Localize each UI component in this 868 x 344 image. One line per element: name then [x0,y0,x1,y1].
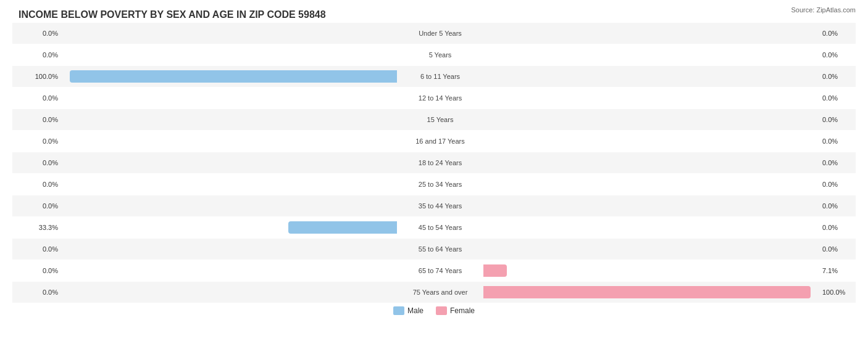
female-bar-container [483,264,819,277]
left-value: 100.0% [12,73,62,80]
male-bar-container [62,199,397,213]
center-label: 75 Years and over [397,287,483,297]
male-bar-container [62,134,397,148]
male-bar-container [62,264,397,277]
female-bar-container [483,199,819,213]
table-row: 0.0% 65 to 74 Years 7.1% [12,260,856,281]
female-bar-container [483,134,819,148]
center-label: 15 Years [397,115,483,125]
bar-section: 15 Years [62,111,819,128]
legend: Male Female [12,306,856,315]
chart-title: INCOME BELOW POVERTY BY SEX AND AGE IN Z… [12,6,856,20]
female-bar [483,264,507,277]
center-label: 12 to 14 Years [397,93,483,103]
male-bar-container [62,48,397,62]
table-row: 0.0% 5 Years 0.0% [12,44,856,65]
bar-section: 12 to 14 Years [62,89,819,107]
female-bar-container [483,91,819,105]
bar-section: 6 to 11 Years [62,68,819,85]
right-value: 0.0% [819,116,856,123]
bars-area: 0.0% Under 5 Years 0.0% 0.0% 5 Years 0.0… [12,23,856,303]
female-bar-container [483,156,819,170]
left-value: 0.0% [12,159,62,166]
male-bar [288,221,397,234]
center-label: 35 to 44 Years [397,201,483,211]
table-row: 0.0% 15 Years 0.0% [12,109,856,130]
female-bar-container [483,285,819,299]
right-value: 0.0% [819,159,856,166]
bar-section: 75 Years and over [62,284,819,301]
male-bar-container [62,242,397,256]
left-value: 0.0% [12,51,62,59]
center-label: Under 5 Years [397,28,483,38]
bar-section: 25 to 34 Years [62,176,819,193]
center-label: 65 to 74 Years [397,266,483,276]
center-label: 6 to 11 Years [397,72,483,81]
legend-male: Male [393,306,424,315]
left-value: 0.0% [12,94,62,102]
left-value: 0.0% [12,267,62,274]
center-label: 5 Years [397,50,483,60]
right-value: 0.0% [819,94,856,102]
right-value: 0.0% [819,30,856,37]
legend-male-label: Male [407,306,424,315]
left-value: 0.0% [12,116,62,123]
bar-section: 45 to 54 Years [62,219,819,236]
table-row: 0.0% 18 to 24 Years 0.0% [12,152,856,173]
center-label: 18 to 24 Years [397,158,483,168]
bar-section: 5 Years [62,46,819,63]
left-value: 0.0% [12,137,62,145]
table-row: 0.0% 16 and 17 Years 0.0% [12,131,856,152]
male-bar-container [62,285,397,299]
male-bar-container [62,178,397,191]
bar-section: 35 to 44 Years [62,197,819,215]
female-bar-container [483,178,819,191]
female-bar-container [483,48,819,62]
center-label: 45 to 54 Years [397,223,483,232]
left-value: 0.0% [12,202,62,210]
table-row: 0.0% 75 Years and over 100.0% [12,282,856,303]
source-text: Source: ZipAtlas.com [791,6,856,14]
right-value: 7.1% [819,267,856,274]
right-value: 0.0% [819,181,856,188]
male-bar-container [62,70,397,83]
right-value: 0.0% [819,202,856,210]
female-bar-container [483,221,819,234]
legend-male-box [393,306,404,315]
table-row: 100.0% 6 to 11 Years 0.0% [12,66,856,87]
chart-container: INCOME BELOW POVERTY BY SEX AND AGE IN Z… [0,0,868,344]
bar-section: 18 to 24 Years [62,154,819,171]
left-value: 33.3% [12,224,62,231]
right-value: 0.0% [819,245,856,253]
center-label: 55 to 64 Years [397,244,483,254]
male-bar-container [62,113,397,126]
male-bar-container [62,91,397,105]
bar-section: Under 5 Years [62,25,819,42]
bar-section: 55 to 64 Years [62,240,819,258]
right-value: 0.0% [819,137,856,145]
left-value: 0.0% [12,289,62,296]
right-value: 0.0% [819,224,856,231]
legend-female-label: Female [450,306,475,315]
left-value: 0.0% [12,181,62,188]
bar-section: 16 and 17 Years [62,133,819,150]
right-value: 0.0% [819,51,856,59]
female-bar [483,286,811,298]
table-row: 0.0% 55 to 64 Years 0.0% [12,239,856,260]
left-value: 0.0% [12,245,62,253]
female-bar-container [483,113,819,126]
legend-female-box [436,306,447,315]
male-bar-container [62,156,397,170]
left-value: 0.0% [12,30,62,37]
right-value: 100.0% [819,289,856,296]
table-row: 33.3% 45 to 54 Years 0.0% [12,217,856,238]
female-bar-container [483,70,819,83]
right-value: 0.0% [819,73,856,80]
bar-section: 65 to 74 Years [62,262,819,279]
male-bar-container [62,221,397,234]
female-bar-container [483,242,819,256]
male-bar-container [62,27,397,40]
table-row: 0.0% 12 to 14 Years 0.0% [12,88,856,109]
center-label: 25 to 34 Years [397,179,483,189]
table-row: 0.0% Under 5 Years 0.0% [12,23,856,44]
